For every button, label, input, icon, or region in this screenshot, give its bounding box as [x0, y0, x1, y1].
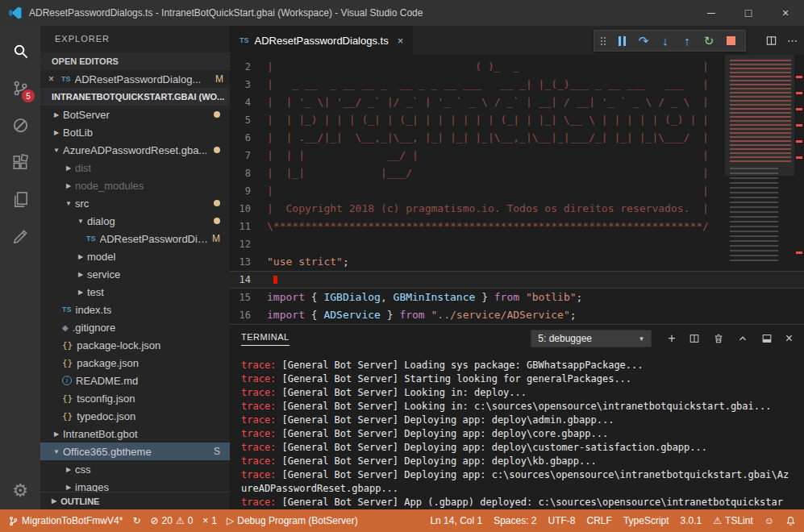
- chevron-right-icon[interactable]: ▶: [50, 430, 63, 438]
- close-editor-icon[interactable]: ×: [48, 73, 61, 85]
- tree-item-src[interactable]: ▼src: [40, 194, 230, 212]
- maximize-panel-button[interactable]: [737, 333, 748, 344]
- chevron-right-icon[interactable]: ▶: [62, 164, 75, 172]
- outline-header[interactable]: ▶ OUTLINE: [40, 492, 230, 509]
- chevron-down-icon[interactable]: ▼: [62, 200, 75, 207]
- tree-item-azureadpasswordreset-gba-[interactable]: ▼AzureADPasswordReset.gba...: [40, 141, 230, 159]
- line-number: 11: [230, 218, 267, 235]
- step-out-button[interactable]: ↑: [677, 31, 697, 51]
- kill-terminal-button[interactable]: [713, 333, 724, 344]
- minimap-code-marks: [730, 168, 778, 264]
- tree-item-readme-md[interactable]: iREADME.md: [40, 372, 230, 389]
- ts-version[interactable]: 3.0.1: [681, 515, 702, 526]
- tree-item-label: README.md: [76, 375, 138, 387]
- tree-item-tsconfig-json[interactable]: {}tsconfig.json: [40, 389, 230, 407]
- tree-item--gitignore[interactable]: ◆.gitignore: [40, 318, 230, 336]
- tree-item-typedoc-json[interactable]: {}typedoc.json: [40, 407, 230, 425]
- pause-button[interactable]: [612, 31, 631, 51]
- minimap[interactable]: [725, 55, 794, 324]
- more-actions-icon[interactable]: ⋯: [787, 35, 798, 47]
- eol-sequence[interactable]: CRLF: [587, 515, 612, 526]
- source-control-activity-button[interactable]: 5: [0, 69, 40, 106]
- new-terminal-button[interactable]: +: [668, 332, 675, 345]
- tree-item-model[interactable]: ▶model: [40, 247, 230, 265]
- extensions-activity-button[interactable]: [0, 143, 40, 181]
- files-activity-button[interactable]: [0, 181, 40, 218]
- split-editor-icon[interactable]: [765, 35, 777, 47]
- chevron-right-icon[interactable]: ▶: [74, 271, 87, 278]
- tree-item-label: .gitignore: [73, 322, 115, 334]
- chevron-right-icon[interactable]: ▶: [62, 182, 75, 189]
- tree-item-intranetbot-gbot[interactable]: ▶IntranetBot.gbot: [40, 425, 230, 443]
- cursor-position[interactable]: Ln 14, Col 1: [430, 515, 482, 526]
- chevron-down-icon[interactable]: ▼: [50, 448, 63, 455]
- tab-adresetpassworddialogs[interactable]: TS ADResetPasswordDialogs.ts ×: [230, 26, 413, 55]
- tree-item-test[interactable]: ▶test: [40, 283, 230, 301]
- close-button[interactable]: ×: [767, 0, 804, 26]
- encoding[interactable]: UTF-8: [548, 515, 576, 526]
- modified-dot: [214, 218, 220, 224]
- chevron-down-icon[interactable]: ▼: [50, 147, 63, 154]
- search-activity-button[interactable]: [0, 32, 40, 69]
- language-mode[interactable]: TypeScript: [623, 515, 669, 526]
- error-mark: [796, 76, 802, 78]
- terminal-tab[interactable]: TERMINAL: [241, 332, 290, 346]
- workspace-header[interactable]: INTRANETBOTQUICKSTART.GBAI (WO...: [40, 88, 230, 106]
- notifications-bell-icon[interactable]: [785, 516, 796, 526]
- problems-item[interactable]: ⊘ 20 ⚠ 0: [150, 515, 193, 526]
- close-tab-icon[interactable]: ×: [398, 35, 404, 47]
- restart-button[interactable]: ↻: [699, 31, 719, 51]
- tree-item-botserver[interactable]: ▶BotServer: [40, 106, 230, 123]
- debug-activity-button[interactable]: [0, 106, 40, 143]
- tree-item-package-json[interactable]: {}package.json: [40, 354, 230, 372]
- chevron-right-icon[interactable]: ▶: [62, 466, 75, 473]
- chevron-down-icon[interactable]: ▼: [74, 218, 87, 225]
- edit-activity-button[interactable]: [0, 218, 40, 255]
- tree-item-images[interactable]: ▶images: [40, 478, 230, 492]
- tree-item-node-modules[interactable]: ▶node_modules: [40, 177, 230, 194]
- terminal-text: [General Bot Server] Loading sys package…: [276, 360, 643, 371]
- open-editors-header[interactable]: OPEN EDITORS: [40, 52, 230, 70]
- tslint-item[interactable]: ⚠ TSLint: [713, 515, 752, 526]
- chevron-right-icon[interactable]: ▶: [74, 289, 87, 296]
- stop-button[interactable]: [721, 31, 740, 51]
- terminal-line: trace: [General Bot Server] Deploying ap…: [241, 468, 793, 496]
- drag-handle-icon[interactable]: [601, 40, 602, 42]
- scrollbar[interactable]: [794, 55, 804, 324]
- tree-item-service[interactable]: ▶service: [40, 265, 230, 283]
- line-number: 6: [230, 129, 267, 147]
- tree-item-index-ts[interactable]: TSindex.ts: [40, 301, 230, 318]
- feedback-smiley-icon[interactable]: ☺: [764, 515, 774, 526]
- sync-button[interactable]: ↻: [132, 515, 140, 526]
- chevron-right-icon[interactable]: ▶: [50, 129, 63, 136]
- settings-gear-icon[interactable]: ⚙: [0, 480, 40, 501]
- code-editor[interactable]: 2| ( )_ _ |3| _ __ _ __ __ _ __ _ _ __ _…: [230, 55, 804, 324]
- close-panel-button[interactable]: ×: [785, 332, 793, 345]
- terminal-select[interactable]: 5: debuggee ▼: [531, 330, 652, 347]
- tree-item-office365-gbtheme[interactable]: ▼Office365.gbthemeS: [40, 443, 230, 460]
- tree-item-package-lock-json[interactable]: {}package-lock.json: [40, 336, 230, 354]
- tree-item-css[interactable]: ▶css: [40, 460, 230, 478]
- cross-item[interactable]: × 1: [202, 515, 217, 526]
- minimize-button[interactable]: ─: [693, 0, 730, 26]
- split-terminal-button[interactable]: [689, 333, 700, 344]
- indentation[interactable]: Spaces: 2: [494, 515, 536, 526]
- trace-prefix: trace:: [241, 442, 276, 453]
- toggle-panel-button[interactable]: [761, 333, 773, 344]
- tree-item-botlib[interactable]: ▶BotLib: [40, 123, 230, 141]
- code-line: 15import { IGBDialog, GBMinInstance } fr…: [230, 289, 804, 306]
- git-branch-item[interactable]: MigrationToBotFmwV4*: [8, 515, 123, 526]
- open-editor-item[interactable]: × TS ADResetPasswordDialog... M: [40, 70, 230, 88]
- tree-item-dist[interactable]: ▶dist: [40, 159, 230, 177]
- chevron-right-icon[interactable]: ▶: [74, 253, 87, 260]
- step-into-button[interactable]: ↓: [656, 31, 675, 51]
- debug-status-item[interactable]: ▷ Debug Program (BotServer): [227, 515, 358, 526]
- tree-item-dialog[interactable]: ▼dialog: [40, 212, 230, 230]
- step-over-button[interactable]: ↷: [634, 31, 653, 51]
- tree-item-adresetpassworddial-[interactable]: TSADResetPasswordDial...M: [40, 230, 230, 247]
- terminal-output[interactable]: trace: [General Bot Server] Loading sys …: [230, 352, 804, 509]
- maximize-button[interactable]: □: [730, 0, 767, 26]
- chevron-right-icon[interactable]: ▶: [50, 111, 63, 118]
- pause-icon: [619, 36, 626, 46]
- chevron-right-icon[interactable]: ▶: [62, 484, 75, 491]
